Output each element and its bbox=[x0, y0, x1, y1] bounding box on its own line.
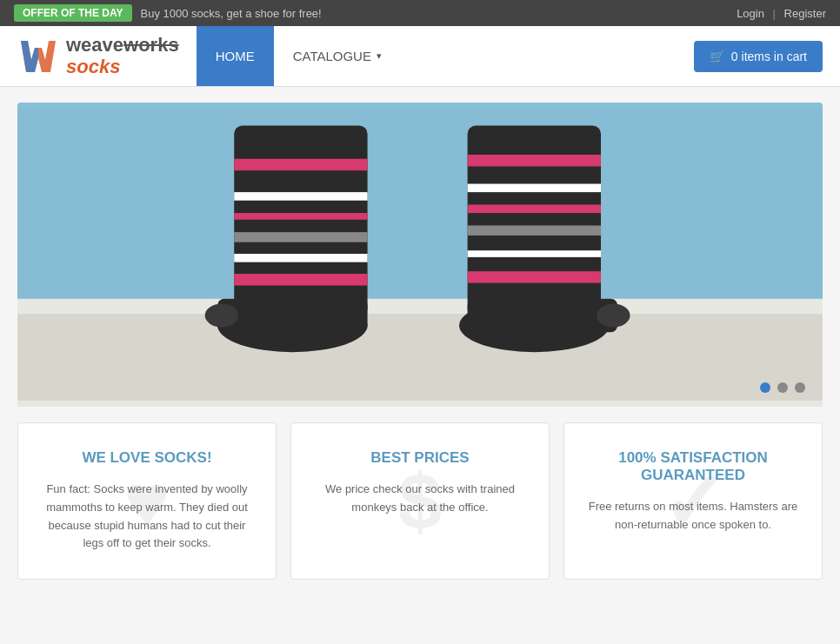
hero-image bbox=[17, 103, 823, 407]
svg-rect-10 bbox=[234, 232, 367, 242]
nav-catalogue[interactable]: CATALOGUE ▾ bbox=[274, 26, 401, 86]
navbar: weaveworks socks HOME CATALOGUE ▾ 🛒 0 it… bbox=[0, 26, 840, 87]
svg-rect-7 bbox=[234, 159, 367, 170]
svg-marker-2 bbox=[21, 41, 38, 72]
svg-rect-6 bbox=[234, 125, 367, 316]
feature-love-body: Fun fact: Socks were invented by woolly … bbox=[39, 481, 255, 553]
logo-weave-works: weaveworks bbox=[66, 35, 179, 56]
svg-rect-20 bbox=[468, 225, 601, 236]
logo-icon bbox=[17, 36, 59, 77]
offer-area: OFFER OF THE DAY Buy 1000 socks, get a s… bbox=[14, 4, 322, 22]
svg-rect-16 bbox=[468, 125, 601, 316]
svg-rect-21 bbox=[468, 250, 601, 257]
hero-dots bbox=[760, 382, 805, 393]
separator: | bbox=[773, 7, 776, 20]
logo-works: works bbox=[123, 34, 179, 56]
logo-socks: socks bbox=[66, 56, 179, 77]
top-banner: OFFER OF THE DAY Buy 1000 socks, get a s… bbox=[0, 0, 840, 26]
logo-link[interactable]: weaveworks socks bbox=[0, 35, 197, 76]
hero-slider bbox=[17, 103, 823, 407]
offer-text: Buy 1000 socks, get a shoe for free! bbox=[141, 7, 322, 20]
feature-card-guarantee: 100% SATISFACTION GUARANTEED Free return… bbox=[563, 422, 823, 580]
login-link[interactable]: Login bbox=[737, 7, 764, 20]
svg-rect-3 bbox=[17, 109, 823, 300]
hero-dot-2[interactable] bbox=[777, 382, 788, 393]
svg-rect-24 bbox=[468, 299, 618, 332]
offer-badge: OFFER OF THE DAY bbox=[14, 4, 132, 22]
logo-text: weaveworks socks bbox=[66, 35, 179, 76]
svg-rect-18 bbox=[468, 184, 601, 193]
cart-label: 0 items in cart bbox=[731, 50, 807, 63]
svg-rect-12 bbox=[234, 274, 367, 285]
hero-dot-1[interactable] bbox=[760, 382, 770, 393]
logo-weave: weave bbox=[66, 34, 123, 56]
svg-point-25 bbox=[597, 304, 630, 328]
svg-rect-5 bbox=[17, 299, 823, 314]
feature-card-prices: BEST PRICES We price check our socks wit… bbox=[290, 422, 550, 580]
feature-card-love: WE LOVE SOCKS! Fun fact: Socks were inve… bbox=[17, 422, 277, 580]
nav-home[interactable]: HOME bbox=[197, 26, 274, 86]
feature-prices-body: We price check our socks with trained mo… bbox=[312, 481, 528, 517]
feature-guarantee-body: Free returns on most items. Hamsters are… bbox=[585, 498, 801, 534]
nav-links: HOME CATALOGUE ▾ bbox=[197, 26, 401, 86]
cart-icon: 🛒 bbox=[710, 50, 724, 63]
socks-illustration bbox=[17, 103, 823, 407]
svg-point-15 bbox=[205, 304, 238, 328]
feature-guarantee-title: 100% SATISFACTION GUARANTEED bbox=[585, 449, 801, 484]
feature-prices-title: BEST PRICES bbox=[312, 449, 528, 467]
svg-rect-4 bbox=[17, 301, 823, 401]
svg-rect-9 bbox=[234, 213, 367, 220]
feature-cards: WE LOVE SOCKS! Fun fact: Socks were inve… bbox=[17, 422, 823, 580]
auth-links: Login | Register bbox=[737, 7, 826, 20]
svg-rect-17 bbox=[468, 155, 601, 166]
hero-dot-3[interactable] bbox=[795, 382, 805, 393]
svg-rect-19 bbox=[468, 204, 601, 213]
svg-rect-22 bbox=[468, 271, 601, 282]
svg-rect-8 bbox=[234, 192, 367, 201]
cart-button[interactable]: 🛒 0 items in cart bbox=[694, 41, 823, 72]
catalogue-dropdown-icon: ▾ bbox=[377, 50, 382, 62]
feature-love-title: WE LOVE SOCKS! bbox=[39, 449, 255, 467]
svg-rect-11 bbox=[234, 254, 367, 262]
register-link[interactable]: Register bbox=[784, 7, 826, 20]
svg-rect-14 bbox=[217, 299, 368, 332]
